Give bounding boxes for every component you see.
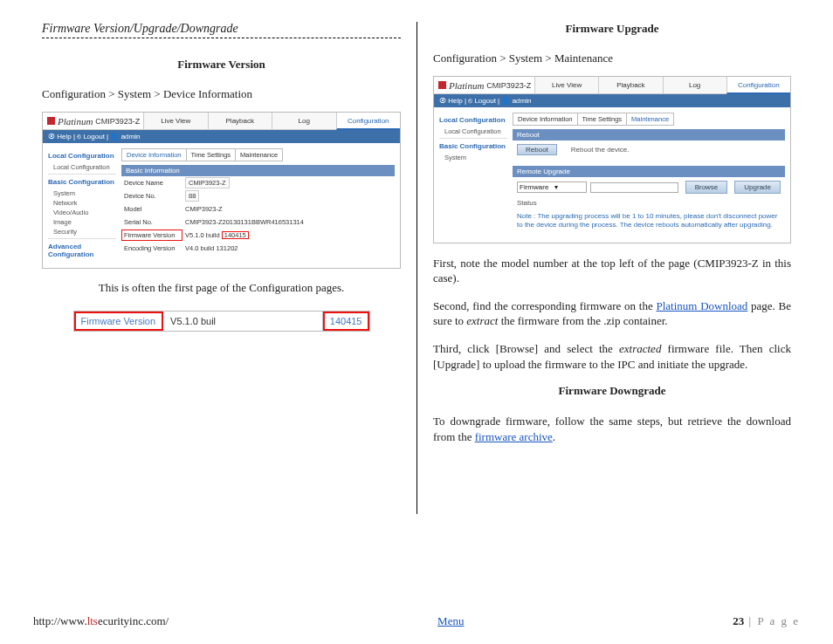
sidebar-item-security[interactable]: Security <box>53 227 116 236</box>
link-platinum-download[interactable]: Platinum Download <box>656 299 747 312</box>
page-heading: Firmware Version/Upgrade/Downgrade <box>42 22 401 38</box>
row-encoding: Encoding Version V4.0 build 131202 <box>121 242 395 255</box>
status-label: Status <box>513 197 785 209</box>
val-device-no[interactable]: 88 <box>185 190 199 202</box>
tab-live-view-r[interactable]: Live View <box>534 77 598 93</box>
main-tabs: Live View Playback Log Configuration <box>143 113 400 129</box>
firmware-path-input[interactable] <box>590 182 678 193</box>
zoom-strip: Firmware Version V5.1.0 buil 140415 <box>73 311 370 332</box>
subtab-time-r[interactable]: Time Settings <box>578 113 628 126</box>
subtab-time[interactable]: Time Settings <box>187 148 237 161</box>
key-device-no: Device No. <box>121 190 182 202</box>
reboot-header: Reboot <box>513 129 785 140</box>
breadcrumb-right: Configuration > System > Maintenance <box>433 51 791 65</box>
ui-content: Device Information Time Settings Mainten… <box>121 143 400 268</box>
logo-brand: Platinum <box>58 116 93 127</box>
sidebar-item-system-r[interactable]: System <box>444 153 507 162</box>
caption-left: This is often the first page of the Conf… <box>42 281 401 295</box>
subtabs-r: Device Information Time Settings Mainten… <box>513 113 785 126</box>
logo-model-r: CMIP3923-Z <box>486 81 531 90</box>
tab-configuration-r[interactable]: Configuration <box>726 77 790 94</box>
sidebar-item-videoaudio[interactable]: Video/Audio <box>53 208 116 217</box>
sidebar-item-network[interactable]: Network <box>53 198 116 208</box>
key-encoding: Encoding Version <box>121 243 182 254</box>
subtabs: Device Information Time Settings Mainten… <box>121 148 395 161</box>
subtab-maintenance-r[interactable]: Maintenance <box>627 113 674 126</box>
para-third: Third, click [Browse] and select the ext… <box>433 341 791 372</box>
logo-icon-r <box>438 81 446 89</box>
logo-icon <box>47 117 55 125</box>
ui-main: Local Configuration Local Configuration … <box>43 143 400 268</box>
basic-info-header: Basic Information <box>121 165 395 176</box>
ui-sidebar: Local Configuration Local Configuration … <box>43 143 121 268</box>
fw-build: V5.1.0 build <box>185 231 220 239</box>
val-device-name[interactable]: CMIP3923-Z <box>185 177 230 188</box>
ui-user-bar-r[interactable]: ⦿ Help | ⎋ Logout | 👤 admin <box>434 94 790 107</box>
ui-logo: Platinum CMIP3923-Z <box>43 116 143 127</box>
key-firmware: Firmware Version <box>121 230 182 241</box>
reboot-text: Reboot the device. <box>571 146 630 154</box>
key-model: Model <box>121 203 182 215</box>
main-tabs-r: Live View Playback Log Configuration <box>534 77 790 93</box>
breadcrumb-left: Configuration > System > Device Informat… <box>42 87 401 101</box>
sidebar-head-advanced: Advanced Configuration <box>48 243 116 258</box>
link-firmware-archive[interactable]: firmware archive <box>475 430 553 443</box>
tab-log[interactable]: Log <box>272 113 336 129</box>
upgrade-header: Remote Upgrade <box>513 166 785 177</box>
ui-sidebar-r: Local Configuration Local Configuration … <box>434 107 513 243</box>
ui-content-r: Device Information Time Settings Mainten… <box>513 107 790 243</box>
row-device-name: Device Name CMIP3923-Z <box>121 176 395 189</box>
para-downgrade: To downgrade firmware, follow the same s… <box>433 414 791 444</box>
footer-menu-link[interactable]: Menu <box>437 614 464 628</box>
tab-playback[interactable]: Playback <box>208 113 272 129</box>
ui-user-bar[interactable]: ⦿ Help | ⎋ Logout | 👤 admin <box>43 130 400 143</box>
val-encoding: V4.0 build 131202 <box>182 243 395 254</box>
ui-topbar-r: Platinum CMIP3923-Z Live View Playback L… <box>434 77 790 94</box>
sidebar-sep-r <box>439 138 507 139</box>
ui-topbar: Platinum CMIP3923-Z Live View Playback L… <box>43 113 400 130</box>
logo-brand-r: Platinum <box>449 80 484 91</box>
reboot-button[interactable]: Reboot <box>517 144 557 155</box>
sidebar-sep2 <box>48 238 116 239</box>
firmware-select[interactable]: Firmware ▾ <box>517 182 587 193</box>
upgrade-note: Note : The upgrading process will be 1 t… <box>513 212 785 236</box>
upgrade-button[interactable]: Upgrade <box>734 181 781 194</box>
subtab-device-info-r[interactable]: Device Information <box>513 113 578 126</box>
sidebar-sep <box>48 174 116 175</box>
ui-logo-r: Platinum CMIP3923-Z <box>434 80 534 91</box>
tab-playback-r[interactable]: Playback <box>598 77 662 93</box>
zoom-fw-date: 140415 <box>323 312 369 331</box>
logo-model: CMIP3923-Z <box>95 117 140 126</box>
page-footer: http://www.ltsecurityinc.com/ Menu 23 | … <box>33 614 800 628</box>
subtab-device-info[interactable]: Device Information <box>121 148 187 161</box>
sidebar-item-local-r[interactable]: Local Configuration <box>444 127 507 136</box>
val-model: CMIP3923-Z <box>182 203 395 215</box>
sidebar-item-system[interactable]: System <box>53 188 116 198</box>
sidebar-head-local-r: Local Configuration <box>439 116 507 124</box>
row-device-no: Device No. 88 <box>121 189 395 202</box>
tab-log-r[interactable]: Log <box>663 77 726 93</box>
val-serial: CMIP3923-Z20130131BBWR416531314 <box>182 216 395 228</box>
sidebar-head-basic: Basic Configuration <box>48 178 116 186</box>
para-first: First, note the model number at the top … <box>433 256 791 286</box>
key-serial: Serial No. <box>121 216 182 228</box>
sidebar-item-image[interactable]: Image <box>53 217 116 227</box>
page-body: Firmware Version/Upgrade/Downgrade Firmw… <box>33 22 800 514</box>
section-title-upgrade: Firmware Upgrade <box>433 22 791 36</box>
fw-date: 140415 <box>222 231 249 239</box>
key-device-name: Device Name <box>121 177 182 188</box>
browse-button[interactable]: Browse <box>685 181 728 194</box>
zoom-fw-build: V5.1.0 buil <box>163 312 323 331</box>
ui-screenshot-maintenance: Platinum CMIP3923-Z Live View Playback L… <box>433 76 791 243</box>
val-firmware: V5.1.0 build 140415 <box>182 230 395 241</box>
row-model: Model CMIP3923-Z <box>121 202 395 216</box>
left-column: Firmware Version/Upgrade/Downgrade Firmw… <box>33 22 416 514</box>
tab-live-view[interactable]: Live View <box>143 113 208 129</box>
para-second: Second, find the corresponding firmware … <box>433 298 791 329</box>
footer-url[interactable]: http://www.ltsecurityinc.com/ <box>33 614 169 628</box>
tab-configuration[interactable]: Configuration <box>336 113 401 130</box>
sidebar-item-local[interactable]: Local Configuration <box>53 162 116 172</box>
subtab-maintenance[interactable]: Maintenance <box>236 148 283 161</box>
footer-page-number: 23 | P a g e <box>733 614 800 628</box>
section-title-downgrade: Firmware Downgrade <box>433 384 791 398</box>
